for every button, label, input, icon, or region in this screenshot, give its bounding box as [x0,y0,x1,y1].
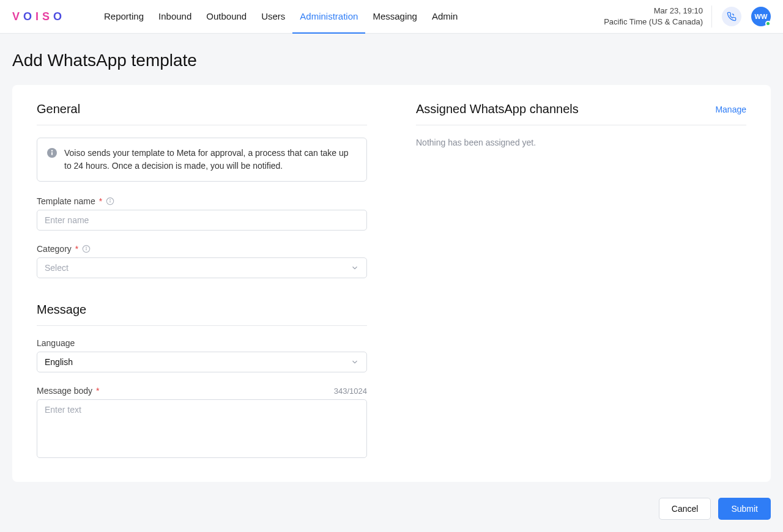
nav-reporting[interactable]: Reporting [97,0,151,34]
required-marker: * [99,196,102,206]
datetime: Mar 23, 19:10 [604,6,703,17]
message-body-label: Message body * [37,386,100,396]
message-body-textarea[interactable] [37,399,367,458]
phone-icon [727,12,737,21]
language-select[interactable]: English [37,352,367,372]
general-title-text: General [37,102,80,116]
required-marker: * [75,244,78,254]
call-icon-button[interactable] [722,7,741,26]
info-icon[interactable] [106,197,114,205]
time-block: Mar 23, 19:10 Pacific Time (US & Canada) [604,6,712,27]
general-section-title: General [37,102,367,125]
language-group: Language English [37,338,367,372]
topbar: VOISO Reporting Inbound Outbound Users A… [0,0,783,34]
info-box: Voiso sends your template to Meta for ap… [37,138,367,182]
status-dot-icon [765,21,771,26]
manage-link[interactable]: Manage [715,105,746,114]
nav-admin[interactable]: Admin [425,0,466,34]
assigned-empty: Nothing has been assigned yet. [416,138,746,147]
category-group: Category * Select [37,244,367,278]
nav-administration[interactable]: Administration [292,0,365,34]
avatar-initials: WW [755,13,768,20]
footer: Cancel Submit [0,482,783,532]
nav-messaging[interactable]: Messaging [365,0,425,34]
category-label-text: Category [37,244,72,254]
info-icon [47,148,57,172]
language-label: Language [37,338,367,348]
svg-point-8 [86,247,87,248]
nav-outbound[interactable]: Outbound [199,0,254,34]
voiso-logo-icon: VOISO [12,10,80,23]
category-label: Category * [37,244,367,254]
right-column: Assigned WhatsApp channels Manage Nothin… [392,102,771,460]
template-name-group: Template name * [37,196,367,231]
svg-point-2 [51,150,53,151]
topbar-right: Mar 23, 19:10 Pacific Time (US & Canada)… [604,6,771,27]
timezone: Pacific Time (US & Canada) [604,17,703,28]
message-section-title: Message [37,303,367,326]
submit-button[interactable]: Submit [718,498,771,520]
svg-rect-6 [110,201,111,203]
left-column: General Voiso sends your template to Met… [12,102,392,460]
template-name-input[interactable] [37,210,367,231]
message-body-label-row: Message body * 343/1024 [37,386,367,396]
nav-users[interactable]: Users [254,0,292,34]
language-value: English [45,357,73,367]
char-count: 343/1024 [334,386,367,396]
svg-rect-3 [51,152,53,155]
category-placeholder: Select [45,263,69,273]
svg-text:VOISO: VOISO [12,10,65,23]
main-nav: Reporting Inbound Outbound Users Adminis… [97,0,465,34]
page-title: Add WhatsApp template [0,34,783,85]
message-body-group: Message body * 343/1024 [37,386,367,460]
info-text: Voiso sends your template to Meta for ap… [64,147,357,172]
main-card: General Voiso sends your template to Met… [12,85,771,482]
required-marker: * [96,386,99,396]
template-name-label-text: Template name [37,196,95,206]
logo[interactable]: VOISO [12,10,80,23]
category-select[interactable]: Select [37,257,367,278]
template-name-label: Template name * [37,196,367,206]
assigned-section-title: Assigned WhatsApp channels Manage [416,102,746,125]
assigned-title-text: Assigned WhatsApp channels [416,102,579,116]
chevron-down-icon [351,264,359,272]
cancel-button[interactable]: Cancel [659,498,711,520]
svg-point-5 [109,199,111,201]
info-icon[interactable] [82,245,91,253]
avatar[interactable]: WW [751,7,771,26]
svg-rect-9 [86,248,87,251]
nav-inbound[interactable]: Inbound [151,0,199,34]
language-label-text: Language [37,338,75,348]
chevron-down-icon [351,358,359,366]
message-body-label-text: Message body [37,386,92,396]
